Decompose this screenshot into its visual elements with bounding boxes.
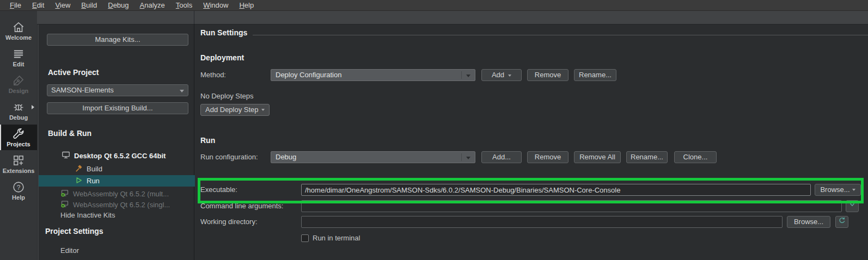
- run-configuration-value: Debug: [276, 153, 296, 161]
- working-directory-browse-button[interactable]: Browse...: [787, 216, 830, 228]
- chevron-down-icon: [466, 75, 470, 77]
- kit-run-item[interactable]: Run: [39, 175, 195, 187]
- kit-name: WebAssembly Qt 6.5.2 (singl...: [73, 201, 170, 209]
- active-project-selector[interactable]: SAMSON-Elements: [47, 84, 188, 96]
- run-remove-all-button[interactable]: Remove All: [574, 151, 621, 163]
- chevron-expand-icon: [848, 201, 856, 212]
- manage-kits-button[interactable]: Manage Kits...: [47, 34, 188, 46]
- run-heading: Run: [200, 136, 215, 145]
- run-in-terminal-label: Run in terminal: [313, 234, 360, 242]
- deploy-method-select[interactable]: Deploy Configuration: [271, 69, 475, 81]
- svg-text:?: ?: [17, 184, 21, 191]
- run-configuration-label: Run configuration:: [200, 151, 271, 163]
- hide-inactive-kits-link[interactable]: Hide Inactive Kits: [60, 211, 115, 219]
- import-existing-build-button[interactable]: Import Existing Build...: [47, 102, 188, 114]
- flyout-arrow-icon[interactable]: [32, 105, 34, 109]
- executable-input[interactable]: [301, 184, 811, 196]
- kit-build-label: Build: [87, 165, 102, 173]
- divider: [461, 71, 462, 79]
- kit-desktop-qt[interactable]: Desktop Qt 6.5.2 GCC 64bit: [39, 150, 195, 162]
- run-remove-button[interactable]: Remove: [527, 151, 569, 163]
- extensions-icon: [0, 153, 37, 168]
- home-icon: [0, 20, 37, 34]
- mode-label: Design: [0, 88, 37, 94]
- mode-label: Debug: [0, 114, 37, 121]
- mode-label: Help: [0, 194, 37, 201]
- chevron-down-icon: [852, 189, 855, 191]
- deploy-add-label: Add: [492, 71, 504, 79]
- help-icon: ?: [0, 180, 37, 194]
- projects-left-panel: Manage Kits... Active Project SAMSON-Ele…: [38, 24, 194, 260]
- run-clone-button[interactable]: Clone...: [674, 151, 717, 163]
- kit-webassembly-multi[interactable]: WebAssembly Qt 6.5.2 (mult...: [39, 188, 195, 200]
- webassembly-kit-icon: [60, 200, 69, 210]
- deploy-method-value: Deploy Configuration: [276, 71, 341, 79]
- menu-tools[interactable]: Tools: [170, 0, 198, 10]
- kit-name: WebAssembly Qt 6.5.2 (mult...: [73, 190, 169, 198]
- webassembly-kit-icon: [60, 189, 69, 199]
- deployment-heading: Deployment: [200, 53, 244, 62]
- no-deploy-steps-text: No Deploy Steps: [200, 92, 254, 100]
- chevron-down-icon: [466, 157, 470, 159]
- mode-label: Edit: [0, 61, 37, 67]
- menu-help[interactable]: Help: [234, 0, 259, 10]
- mode-welcome[interactable]: Welcome: [0, 18, 37, 44]
- active-project-heading: Active Project: [48, 68, 99, 77]
- run-settings-panel: Run Settings Deployment Method: Deploy C…: [194, 24, 868, 260]
- reset-icon: [838, 216, 846, 227]
- chevron-down-icon: [261, 109, 265, 111]
- menu-view[interactable]: View: [50, 0, 76, 10]
- menu-edit[interactable]: Edit: [27, 0, 50, 10]
- project-settings-heading: Project Settings: [45, 227, 103, 236]
- method-label: Method:: [200, 69, 271, 81]
- mode-label: Welcome: [0, 34, 37, 41]
- project-settings-editor-item[interactable]: Editor: [60, 246, 79, 255]
- play-icon: [75, 176, 83, 186]
- run-rename-button[interactable]: Rename...: [626, 151, 668, 163]
- mode-sidebar: Welcome Edit Design Debug Projects Exten…: [0, 11, 37, 260]
- browse-label: Browse...: [820, 184, 849, 195]
- menu-debug[interactable]: Debug: [102, 0, 134, 10]
- selected-project-value: SAMSON-Elements: [51, 86, 114, 94]
- kit-name: Desktop Qt 6.5.2 GCC 64bit: [74, 152, 166, 160]
- build-and-run-heading: Build & Run: [48, 129, 91, 138]
- divider: [461, 153, 462, 161]
- run-configuration-select[interactable]: Debug: [271, 151, 475, 163]
- monitor-icon: [62, 151, 70, 161]
- working-directory-label: Working directory:: [200, 216, 301, 228]
- kit-webassembly-single[interactable]: WebAssembly Qt 6.5.2 (singl...: [39, 199, 195, 211]
- run-add-button[interactable]: Add...: [481, 151, 522, 163]
- kit-build-item[interactable]: Build: [39, 163, 195, 175]
- menu-build[interactable]: Build: [76, 0, 102, 10]
- hammer-icon: [75, 164, 83, 174]
- run-settings-title-text: Run Settings: [200, 28, 247, 37]
- chevron-down-icon: [180, 90, 184, 92]
- add-deploy-step-label: Add Deploy Step: [205, 104, 259, 115]
- deploy-rename-button[interactable]: Rename...: [574, 69, 616, 81]
- executable-browse-button[interactable]: Browse...: [815, 184, 861, 196]
- run-settings-title: Run Settings: [200, 28, 868, 37]
- deploy-remove-button[interactable]: Remove: [527, 69, 569, 81]
- mode-extensions[interactable]: Extensions: [0, 151, 37, 177]
- reset-working-directory-button[interactable]: [835, 216, 848, 228]
- deploy-add-button[interactable]: Add: [481, 69, 522, 81]
- mode-design: Design: [0, 71, 37, 97]
- mode-help[interactable]: ? Help: [0, 178, 37, 203]
- add-deploy-step-button[interactable]: Add Deploy Step: [200, 104, 270, 116]
- mode-label: Projects: [0, 141, 37, 147]
- document-lines-icon: [0, 47, 37, 61]
- command-line-arguments-label: Command line arguments:: [200, 200, 301, 212]
- expand-arguments-button[interactable]: [846, 200, 859, 212]
- run-in-terminal-checkbox[interactable]: [301, 234, 309, 242]
- pen-icon: [0, 73, 37, 88]
- menu-window[interactable]: Window: [198, 0, 234, 10]
- mode-projects[interactable]: Projects: [0, 125, 37, 150]
- working-directory-input[interactable]: [301, 216, 783, 228]
- qt-creator-window: File Edit View Build Debug Analyze Tools…: [0, 0, 868, 260]
- menu-analyze[interactable]: Analyze: [135, 0, 170, 10]
- mode-edit[interactable]: Edit: [0, 45, 37, 70]
- kit-run-label: Run: [87, 177, 100, 185]
- command-line-arguments-input[interactable]: [301, 200, 842, 212]
- menu-file[interactable]: File: [4, 0, 27, 10]
- mode-debug[interactable]: Debug: [0, 98, 37, 123]
